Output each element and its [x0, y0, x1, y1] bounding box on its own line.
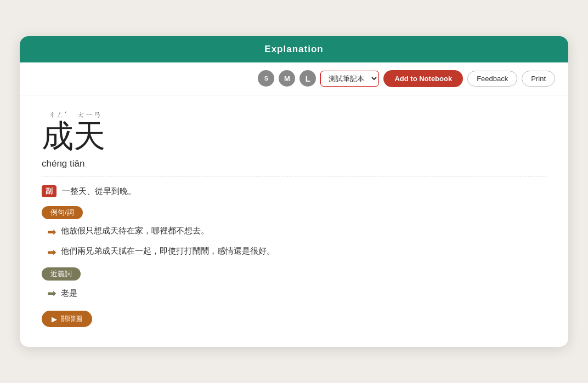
size-medium-button[interactable]: M — [279, 70, 295, 87]
example-item-1: ➡ 他們兩兄弟成天膩在一起，即使打打鬧鬧，感情還是很好。 — [47, 246, 546, 259]
examples-section: 例句/詞 ➡ 他放假只想成天待在家，哪裡都不想去。 ➡ 他們兩兄弟成天膩在一起，… — [42, 205, 546, 259]
content-area: ㄔㄥˊ 成 ㄊㄧㄢ 天 chéng tiān 副 一整天、從早到晚。 例句/詞 … — [20, 95, 568, 347]
add-to-notebook-button[interactable]: Add to Notebook — [383, 70, 463, 87]
toolbar: S M L 測試筆記本 Add to Notebook Feedback Pri… — [20, 62, 568, 95]
char-group-1: ㄊㄧㄢ 天 — [74, 111, 105, 152]
examples-badge: 例句/詞 — [42, 206, 83, 219]
notebook-select[interactable]: 測試筆記本 — [320, 71, 379, 87]
example-text-1: 他們兩兄弟成天膩在一起，即使打打鬧鬧，感情還是很好。 — [61, 246, 275, 256]
example-item-0: ➡ 他放假只想成天待在家，哪裡都不想去。 — [47, 226, 546, 238]
related-diagram-button[interactable]: ▶ 關聯圖 — [42, 311, 92, 327]
related-diagram-label: 關聯圖 — [61, 314, 82, 324]
example-arrow-0: ➡ — [47, 225, 56, 238]
title-bar: Explanation — [20, 36, 568, 62]
synonym-item-0: ➡ 老是 — [47, 287, 546, 300]
pinyin: chéng tiān — [42, 158, 546, 169]
char-1: 天 — [74, 120, 105, 152]
pos-badge: 副 — [42, 185, 56, 197]
example-list: ➡ 他放假只想成天待在家，哪裡都不想去。 ➡ 他們兩兄弟成天膩在一起，即使打打鬧… — [42, 226, 546, 259]
synonym-list: ➡ 老是 — [42, 287, 546, 300]
synonym-arrow-0: ➡ — [47, 287, 56, 300]
synonym-text-0: 老是 — [61, 288, 77, 299]
example-arrow-1: ➡ — [47, 245, 56, 259]
size-small-button[interactable]: S — [258, 70, 274, 87]
size-large-button[interactable]: L — [299, 70, 316, 87]
main-word: ㄔㄥˊ 成 ㄊㄧㄢ 天 — [42, 111, 546, 152]
synonyms-badge: 近義詞 — [42, 267, 81, 281]
char-group-0: ㄔㄥˊ 成 — [42, 111, 74, 152]
title-text: Explanation — [264, 44, 323, 54]
definition: 一整天、從早到晚。 — [62, 186, 136, 197]
divider — [42, 176, 546, 176]
pos-row: 副 一整天、從早到晚。 — [42, 185, 546, 197]
synonyms-section: 近義詞 ➡ 老是 — [42, 266, 546, 300]
main-window: Explanation S M L 測試筆記本 Add to Notebook … — [20, 36, 568, 347]
play-icon: ▶ — [52, 315, 57, 323]
char-0: 成 — [42, 120, 74, 152]
print-button[interactable]: Print — [522, 71, 555, 87]
feedback-button[interactable]: Feedback — [467, 71, 517, 87]
example-text-0: 他放假只想成天待在家，哪裡都不想去。 — [61, 226, 209, 236]
